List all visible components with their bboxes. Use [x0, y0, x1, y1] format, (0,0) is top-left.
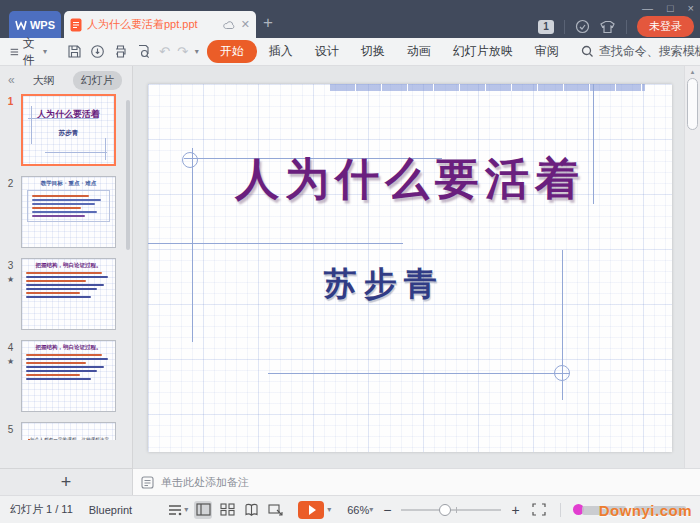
animation-star-icon: ★: [0, 357, 21, 366]
scrollbar-thumb[interactable]: [687, 78, 698, 130]
wps-logo-label: WPS: [30, 19, 55, 31]
ribbon-tab-1[interactable]: 开始: [207, 40, 257, 63]
close-tab-icon[interactable]: ✕: [241, 19, 250, 30]
slide-panel: « 大纲 幻灯片 1人为什么要活着苏步青2教学目标 · 重点 · 难点3★把握结…: [0, 66, 133, 468]
notes-bar[interactable]: 单击此处添加备注: [133, 468, 700, 495]
scroll-up-icon[interactable]: ▴: [685, 68, 700, 76]
slide-thumbnail-2[interactable]: 教学目标 · 重点 · 难点: [21, 176, 116, 248]
zoom-value[interactable]: 66%: [347, 504, 369, 516]
redo-icon[interactable]: ↷: [177, 44, 188, 59]
maximize-button[interactable]: □: [667, 2, 674, 14]
normal-view-icon[interactable]: [194, 501, 212, 519]
export-pdf-icon[interactable]: [90, 44, 106, 60]
toolbar-expand-icon[interactable]: ▾: [195, 47, 199, 56]
print-icon[interactable]: [113, 44, 129, 60]
thumbnail-number-1: 1: [0, 94, 21, 166]
minimize-button[interactable]: —: [642, 2, 653, 14]
decor-hline-3: [268, 373, 570, 374]
add-slide-bar: +: [0, 468, 133, 495]
slide-thumbnail-5[interactable]: 每个人都有一定的理想，这种理想决定着他努力和判断的方向。就在这个意义上，我从来不…: [21, 422, 116, 440]
zoom-in-button[interactable]: +: [511, 502, 519, 518]
notes-toggle-caret[interactable]: ▾: [184, 505, 188, 514]
skin-icon[interactable]: [600, 20, 616, 34]
notes-toggle-icon[interactable]: [166, 501, 184, 519]
wps-w-icon: [15, 20, 27, 30]
collapse-panel-icon[interactable]: «: [8, 73, 15, 87]
thumbnail-list: 1人为什么要活着苏步青2教学目标 · 重点 · 难点3★把握结构，明白论证过程。…: [0, 94, 133, 440]
fit-to-window-icon[interactable]: [532, 503, 546, 516]
thumbnail-number-3: 3★: [0, 258, 21, 330]
quick-access-toolbar: ↶ ↷ ▾: [63, 44, 203, 60]
animation-star-icon: ★: [0, 275, 21, 284]
file-menu-label: 文件: [23, 35, 39, 69]
new-tab-button[interactable]: +: [263, 14, 273, 31]
decor-hline-2: [148, 243, 403, 244]
editing-canvas: 人为什么要活着 苏步青: [133, 66, 684, 468]
titlebar: WPS 人为什么要活着ppt.ppt ✕ + — □ × 1: [0, 0, 700, 38]
print-preview-icon[interactable]: [136, 44, 152, 60]
ribbon-tab-6[interactable]: 幻灯片放映: [443, 40, 523, 63]
wps-presentation-window: WPS 人为什么要活着ppt.ppt ✕ + — □ × 1: [0, 0, 700, 523]
zoom-slider-knob[interactable]: [439, 504, 451, 516]
save-icon[interactable]: [67, 44, 83, 60]
slide-thumbnail-row-4: 4★把握结构，明白论证过程。: [0, 340, 133, 412]
login-button[interactable]: 未登录: [637, 16, 694, 37]
slide-thumbnail-row-2: 2教学目标 · 重点 · 难点: [0, 176, 133, 248]
slide-thumbnail-3[interactable]: 把握结构，明白论证过程。: [21, 258, 116, 330]
play-options-caret[interactable]: ▾: [327, 505, 331, 514]
decor-top-strip: [330, 84, 645, 91]
slide-1-canvas[interactable]: 人为什么要活着 苏步青: [148, 84, 672, 452]
add-slide-button[interactable]: +: [61, 473, 72, 491]
close-button[interactable]: ×: [688, 2, 694, 14]
search-icon: [581, 45, 594, 58]
zoom-slider-track: [401, 509, 501, 511]
slide-thumbnail-1[interactable]: 人为什么要活着苏步青: [21, 94, 116, 166]
cloud-sync-icon[interactable]: [223, 20, 236, 30]
play-slideshow-button[interactable]: [298, 501, 324, 519]
search-placeholder: 查找命令、搜索模板: [599, 43, 700, 60]
undo-icon[interactable]: ↶: [159, 44, 170, 59]
slide-title-text[interactable]: 人为什么要活着: [148, 150, 672, 209]
hamburger-icon: [10, 47, 19, 57]
slide-thumbnail-4[interactable]: 把握结构，明白论证过程。: [21, 340, 116, 412]
main-scrollbar[interactable]: ▴: [684, 66, 700, 468]
member-center-icon[interactable]: [575, 19, 590, 34]
version-badge[interactable]: 1: [538, 20, 554, 34]
ribbon-tab-4[interactable]: 切换: [351, 40, 395, 63]
zoom-slider[interactable]: [401, 503, 501, 517]
sidebar-scrollbar[interactable]: [126, 100, 130, 250]
file-menu[interactable]: 文件 ▾: [0, 35, 55, 69]
ribbon-tab-3[interactable]: 设计: [305, 40, 349, 63]
tab-outline[interactable]: 大纲: [25, 71, 63, 90]
ribbon-tab-7[interactable]: 审阅: [525, 40, 569, 63]
slide-thumbnail-row-5: 5每个人都有一定的理想，这种理想决定着他努力和判断的方向。就在这个意义上，我从来…: [0, 422, 133, 440]
ribbon-tab-2[interactable]: 插入: [259, 40, 303, 63]
notes-placeholder: 单击此处添加备注: [161, 475, 249, 490]
ribbon-tab-5[interactable]: 动画: [397, 40, 441, 63]
ribbon-tabs: 开始插入设计切换动画幻灯片放映审阅: [207, 40, 569, 63]
thumbnail-number-4: 4★: [0, 340, 21, 412]
presenter-view-icon[interactable]: [266, 501, 284, 519]
slide-thumbnail-row-1: 1人为什么要活着苏步青: [0, 94, 133, 166]
slide-counter: 幻灯片 1 / 11: [10, 502, 73, 517]
document-tab[interactable]: 人为什么要活着ppt.ppt ✕: [64, 11, 256, 38]
slide-subtitle-text[interactable]: 苏步青: [148, 262, 620, 307]
zoom-slider-tick: [456, 507, 457, 513]
slide-sorter-icon[interactable]: [218, 501, 236, 519]
document-tab-title: 人为什么要活着ppt.ppt: [87, 17, 218, 32]
divider: [564, 20, 565, 34]
notes-icon: [141, 476, 154, 489]
ribbon-bar: 文件 ▾ ↶ ↷ ▾ 开始插入设计切换动画幻灯片放映审阅: [0, 38, 700, 66]
tab-slides[interactable]: 幻灯片: [73, 71, 122, 90]
slide-thumbnail-row-3: 3★把握结构，明白论证过程。: [0, 258, 133, 330]
ppt-file-icon: [70, 18, 82, 32]
zoom-out-button[interactable]: −: [383, 502, 391, 518]
thumbnail-number-5: 5: [0, 422, 21, 440]
reading-view-icon[interactable]: [242, 501, 260, 519]
zoom-caret[interactable]: ▾: [369, 505, 373, 514]
theme-name[interactable]: Blueprint: [89, 504, 132, 516]
play-icon: [309, 505, 316, 515]
divider: [560, 503, 561, 517]
divider: [626, 20, 627, 34]
command-search[interactable]: 查找命令、搜索模板: [581, 43, 700, 60]
